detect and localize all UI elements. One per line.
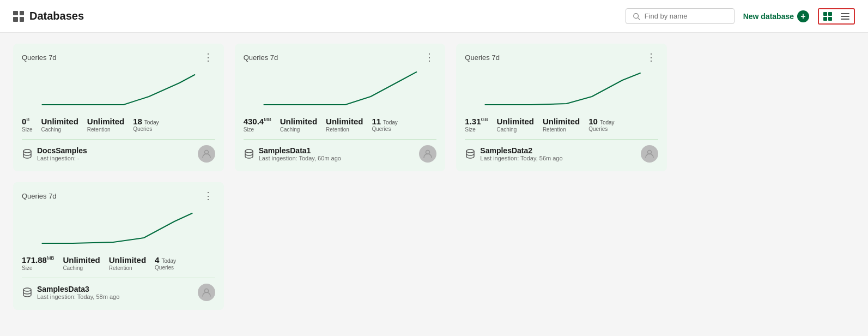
db-name: SamplesData1 xyxy=(259,146,341,155)
db-last-ingestion: Last ingestion: - xyxy=(37,155,87,161)
user-icon xyxy=(201,287,212,298)
db-info: SamplesData2 Last ingestion: Today, 56m … xyxy=(480,146,562,161)
stat-retention-label: Retention xyxy=(543,127,580,133)
stat-queries-today: Today xyxy=(600,119,615,125)
svg-point-5 xyxy=(23,149,31,153)
search-box[interactable] xyxy=(626,8,735,24)
card-chart-label: Queries 7d xyxy=(465,53,500,62)
stat-caching-label: Caching xyxy=(280,127,317,133)
queries-chart xyxy=(22,205,215,249)
stat-size-label: Size xyxy=(22,127,32,133)
card-chart-label: Queries 7d xyxy=(22,53,57,62)
stat-queries-today: Today xyxy=(144,119,159,125)
db-info: DocsSamples Last ingestion: - xyxy=(37,146,87,161)
stat-size-value: 1.31GB xyxy=(465,117,488,127)
stat-size-label: Size xyxy=(22,265,54,271)
stat-queries: 18 Today Queries xyxy=(133,117,159,133)
avatar xyxy=(419,145,436,163)
card-footer: DocsSamples Last ingestion: - xyxy=(22,139,215,163)
page-title: Databases xyxy=(29,10,84,22)
card-menu-button[interactable]: ⋮ xyxy=(201,52,215,62)
view-toggle xyxy=(818,8,855,25)
search-input[interactable] xyxy=(645,12,727,20)
stat-queries-label: Queries xyxy=(155,265,176,271)
stat-retention-value: Unlimited xyxy=(543,117,580,127)
queries-chart xyxy=(22,67,215,110)
db-name-section: SamplesData1 Last ingestion: Today, 60m … xyxy=(244,146,341,161)
stat-caching-value: Unlimited xyxy=(63,255,100,265)
stat-queries: 10 Today Queries xyxy=(588,117,614,133)
stat-queries-value: 18 xyxy=(133,117,142,126)
stat-queries: 4 Today Queries xyxy=(155,255,176,271)
list-view-icon xyxy=(841,12,849,21)
card-chart-label: Queries 7d xyxy=(244,53,278,62)
stat-retention: Unlimited Retention xyxy=(326,117,363,133)
stat-caching-label: Caching xyxy=(497,127,534,133)
search-icon xyxy=(633,13,640,20)
grid-view-button[interactable] xyxy=(819,9,836,23)
stat-size-value: 0B xyxy=(22,117,32,127)
database-card[interactable]: Queries 7d ⋮ 171.88MB Size Unlimited Cac… xyxy=(13,182,224,310)
stat-caching-value: Unlimited xyxy=(280,117,317,127)
databases-grid: Queries 7d ⋮ 0B Size Unlimited Caching U… xyxy=(13,44,667,310)
db-name-section: SamplesData2 Last ingestion: Today, 56m … xyxy=(465,146,562,161)
db-name: SamplesData2 xyxy=(480,146,562,155)
card-header: Queries 7d ⋮ xyxy=(465,52,658,62)
stat-caching-value: Unlimited xyxy=(41,117,78,127)
svg-rect-4 xyxy=(841,19,849,20)
stat-queries: 11 Today Queries xyxy=(372,117,397,133)
queries-chart xyxy=(244,67,437,110)
list-view-button[interactable] xyxy=(836,9,854,23)
svg-line-1 xyxy=(638,17,640,20)
stat-caching-label: Caching xyxy=(63,265,100,271)
stats-row: 1.31GB Size Unlimited Caching Unlimited … xyxy=(465,117,658,133)
stats-row: 0B Size Unlimited Caching Unlimited Rete… xyxy=(22,117,215,133)
card-footer: SamplesData2 Last ingestion: Today, 56m … xyxy=(465,139,658,163)
card-footer: SamplesData1 Last ingestion: Today, 60m … xyxy=(244,139,437,163)
svg-rect-3 xyxy=(841,16,849,17)
database-card[interactable]: Queries 7d ⋮ 0B Size Unlimited Caching U… xyxy=(13,44,224,171)
stat-retention: Unlimited Retention xyxy=(543,117,580,133)
card-header: Queries 7d ⋮ xyxy=(244,52,437,62)
stat-size-value: 171.88MB xyxy=(22,255,54,265)
stat-caching: Unlimited Caching xyxy=(280,117,317,133)
stat-caching-label: Caching xyxy=(41,127,78,133)
db-name-section: SamplesData3 Last ingestion: Today, 58m … xyxy=(22,285,119,300)
header: Databases New database + xyxy=(0,0,868,33)
db-last-ingestion: Last ingestion: Today, 58m ago xyxy=(37,293,119,300)
stat-caching: Unlimited Caching xyxy=(41,117,78,133)
card-menu-button[interactable]: ⋮ xyxy=(644,52,658,62)
stat-size-value: 430.4MB xyxy=(244,117,271,127)
stat-retention-value: Unlimited xyxy=(109,255,146,265)
databases-icon xyxy=(13,11,24,22)
card-menu-button[interactable]: ⋮ xyxy=(422,52,436,62)
database-icon xyxy=(244,148,254,159)
stat-queries-value: 10 xyxy=(588,117,598,126)
user-icon xyxy=(201,148,212,159)
stats-row: 430.4MB Size Unlimited Caching Unlimited… xyxy=(244,117,437,133)
database-card[interactable]: Queries 7d ⋮ 1.31GB Size Unlimited Cachi… xyxy=(456,44,667,171)
db-last-ingestion: Last ingestion: Today, 56m ago xyxy=(480,155,562,161)
svg-point-7 xyxy=(245,149,253,153)
grid-view-icon xyxy=(823,12,832,21)
db-last-ingestion: Last ingestion: Today, 60m ago xyxy=(259,155,341,161)
db-name: SamplesData3 xyxy=(37,285,119,293)
database-card[interactable]: Queries 7d ⋮ 430.4MB Size Unlimited Cach… xyxy=(235,44,446,171)
database-icon xyxy=(22,148,33,159)
stat-size-label: Size xyxy=(244,127,271,133)
stat-queries-today: Today xyxy=(161,258,176,264)
avatar xyxy=(198,145,215,163)
stat-retention-label: Retention xyxy=(326,127,363,133)
stat-queries-label: Queries xyxy=(372,126,397,132)
stat-queries-value: 4 xyxy=(155,255,159,265)
chart-area xyxy=(244,67,437,110)
db-name-section: DocsSamples Last ingestion: - xyxy=(22,146,87,161)
chart-area xyxy=(465,67,658,110)
card-chart-label: Queries 7d xyxy=(22,192,57,200)
db-name: DocsSamples xyxy=(37,146,87,155)
card-menu-button[interactable]: ⋮ xyxy=(201,191,215,201)
new-database-button[interactable]: New database + xyxy=(743,10,809,22)
db-info: SamplesData3 Last ingestion: Today, 58m … xyxy=(37,285,119,300)
stat-queries-today: Today xyxy=(383,119,398,125)
stat-size: 430.4MB Size xyxy=(244,117,271,133)
